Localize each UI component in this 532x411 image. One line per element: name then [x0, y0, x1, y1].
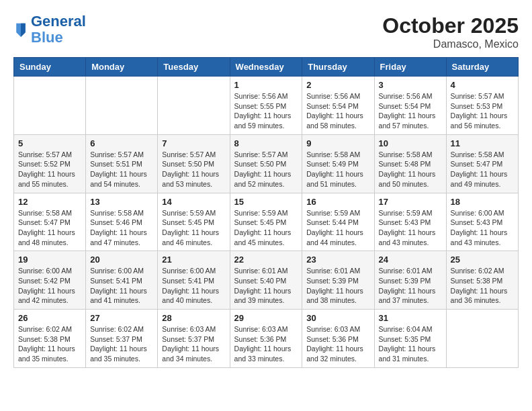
calendar-cell: 14Sunrise: 5:59 AM Sunset: 5:45 PM Dayli…: [158, 193, 230, 251]
day-info: Sunrise: 6:01 AM Sunset: 5:39 PM Dayligh…: [379, 266, 442, 306]
calendar-cell: 9Sunrise: 5:58 AM Sunset: 5:49 PM Daylig…: [302, 134, 374, 193]
day-number: 18: [451, 197, 514, 207]
calendar-cell: 6Sunrise: 5:57 AM Sunset: 5:51 PM Daylig…: [86, 134, 158, 193]
day-info: Sunrise: 6:00 AM Sunset: 5:42 PM Dayligh…: [18, 266, 81, 306]
calendar-cell: 18Sunrise: 6:00 AM Sunset: 5:43 PM Dayli…: [446, 193, 518, 251]
weekday-header-friday: Friday: [374, 58, 446, 77]
day-number: 31: [379, 313, 442, 323]
day-number: 14: [162, 197, 225, 207]
calendar-cell: 29Sunrise: 6:03 AM Sunset: 5:36 PM Dayli…: [230, 310, 302, 368]
day-info: Sunrise: 5:57 AM Sunset: 5:52 PM Dayligh…: [18, 150, 81, 189]
weekday-header-thursday: Thursday: [302, 58, 374, 77]
day-info: Sunrise: 5:59 AM Sunset: 5:45 PM Dayligh…: [234, 208, 298, 248]
day-number: 16: [306, 197, 369, 207]
calendar-cell: 17Sunrise: 5:59 AM Sunset: 5:43 PM Dayli…: [374, 193, 446, 251]
day-number: 27: [90, 313, 153, 323]
calendar-cell: 8Sunrise: 5:57 AM Sunset: 5:50 PM Daylig…: [230, 134, 302, 193]
calendar-week-row: 19Sunrise: 6:00 AM Sunset: 5:42 PM Dayli…: [14, 251, 519, 310]
day-number: 30: [306, 313, 369, 323]
logo-icon: [15, 22, 27, 37]
day-number: 5: [18, 138, 81, 148]
day-info: Sunrise: 6:01 AM Sunset: 5:40 PM Dayligh…: [234, 266, 298, 306]
day-info: Sunrise: 5:58 AM Sunset: 5:47 PM Dayligh…: [18, 208, 81, 248]
day-info: Sunrise: 6:03 AM Sunset: 5:36 PM Dayligh…: [306, 324, 369, 364]
day-number: 20: [90, 255, 153, 265]
day-number: 13: [90, 197, 153, 207]
day-info: Sunrise: 6:02 AM Sunset: 5:37 PM Dayligh…: [90, 324, 153, 364]
calendar-cell: 22Sunrise: 6:01 AM Sunset: 5:40 PM Dayli…: [230, 251, 302, 310]
day-info: Sunrise: 5:58 AM Sunset: 5:46 PM Dayligh…: [90, 208, 153, 248]
day-number: 8: [234, 138, 298, 148]
day-number: 26: [18, 313, 81, 323]
day-number: 7: [162, 138, 225, 148]
day-info: Sunrise: 5:56 AM Sunset: 5:54 PM Dayligh…: [306, 91, 369, 131]
calendar-cell: 10Sunrise: 5:58 AM Sunset: 5:48 PM Dayli…: [374, 134, 446, 193]
calendar-header-row: SundayMondayTuesdayWednesdayThursdayFrid…: [14, 58, 519, 77]
calendar-table: SundayMondayTuesdayWednesdayThursdayFrid…: [13, 57, 519, 368]
day-number: 10: [379, 138, 442, 148]
day-info: Sunrise: 5:59 AM Sunset: 5:45 PM Dayligh…: [162, 208, 225, 248]
title-block: October 2025 Damasco, Mexico: [382, 13, 519, 50]
day-number: 23: [306, 255, 369, 265]
calendar-cell: 1Sunrise: 5:56 AM Sunset: 5:55 PM Daylig…: [230, 77, 302, 135]
day-info: Sunrise: 5:57 AM Sunset: 5:50 PM Dayligh…: [234, 150, 298, 189]
day-number: 24: [379, 255, 442, 265]
svg-marker-1: [21, 24, 26, 37]
calendar-cell: 31Sunrise: 6:04 AM Sunset: 5:35 PM Dayli…: [374, 310, 446, 368]
day-number: 6: [90, 138, 153, 148]
weekday-header-tuesday: Tuesday: [158, 58, 230, 77]
day-number: 3: [379, 80, 442, 90]
day-info: Sunrise: 6:00 AM Sunset: 5:41 PM Dayligh…: [162, 266, 225, 306]
calendar-week-row: 26Sunrise: 6:02 AM Sunset: 5:38 PM Dayli…: [14, 310, 519, 368]
day-info: Sunrise: 5:57 AM Sunset: 5:51 PM Dayligh…: [90, 150, 153, 189]
day-info: Sunrise: 6:02 AM Sunset: 5:38 PM Dayligh…: [451, 266, 514, 306]
day-number: 11: [451, 138, 514, 148]
day-number: 2: [306, 80, 369, 90]
day-number: 22: [234, 255, 298, 265]
calendar-cell: 16Sunrise: 5:59 AM Sunset: 5:44 PM Dayli…: [302, 193, 374, 251]
logo-text: General Blue: [31, 13, 86, 46]
calendar-cell: 20Sunrise: 6:00 AM Sunset: 5:41 PM Dayli…: [86, 251, 158, 310]
calendar-cell: 28Sunrise: 6:03 AM Sunset: 5:37 PM Dayli…: [158, 310, 230, 368]
weekday-header-saturday: Saturday: [446, 58, 518, 77]
calendar-week-row: 1Sunrise: 5:56 AM Sunset: 5:55 PM Daylig…: [14, 77, 519, 135]
calendar-cell: [158, 77, 230, 135]
day-number: 15: [234, 197, 298, 207]
page-header: General Blue October 2025 Damasco, Mexic…: [13, 13, 519, 50]
calendar-cell: 3Sunrise: 5:56 AM Sunset: 5:54 PM Daylig…: [374, 77, 446, 135]
day-number: 29: [234, 313, 298, 323]
calendar-cell: [14, 77, 86, 135]
day-info: Sunrise: 5:56 AM Sunset: 5:54 PM Dayligh…: [379, 91, 442, 131]
day-number: 12: [18, 197, 81, 207]
day-info: Sunrise: 6:00 AM Sunset: 5:43 PM Dayligh…: [451, 208, 514, 248]
calendar-cell: 2Sunrise: 5:56 AM Sunset: 5:54 PM Daylig…: [302, 77, 374, 135]
day-info: Sunrise: 6:00 AM Sunset: 5:41 PM Dayligh…: [90, 266, 153, 306]
calendar-week-row: 5Sunrise: 5:57 AM Sunset: 5:52 PM Daylig…: [14, 134, 519, 193]
calendar-cell: 19Sunrise: 6:00 AM Sunset: 5:42 PM Dayli…: [14, 251, 86, 310]
calendar-cell: 21Sunrise: 6:00 AM Sunset: 5:41 PM Dayli…: [158, 251, 230, 310]
day-info: Sunrise: 5:58 AM Sunset: 5:47 PM Dayligh…: [451, 150, 514, 189]
day-info: Sunrise: 6:03 AM Sunset: 5:37 PM Dayligh…: [162, 324, 225, 364]
logo: General Blue: [13, 13, 86, 46]
day-number: 25: [451, 255, 514, 265]
weekday-header-monday: Monday: [86, 58, 158, 77]
day-info: Sunrise: 5:57 AM Sunset: 5:53 PM Dayligh…: [451, 91, 514, 131]
calendar-week-row: 12Sunrise: 5:58 AM Sunset: 5:47 PM Dayli…: [14, 193, 519, 251]
day-info: Sunrise: 5:58 AM Sunset: 5:49 PM Dayligh…: [306, 150, 369, 189]
page-subtitle: Damasco, Mexico: [382, 38, 519, 50]
logo-line1: General: [31, 13, 86, 30]
calendar-cell: 15Sunrise: 5:59 AM Sunset: 5:45 PM Dayli…: [230, 193, 302, 251]
calendar-cell: 25Sunrise: 6:02 AM Sunset: 5:38 PM Dayli…: [446, 251, 518, 310]
day-info: Sunrise: 5:59 AM Sunset: 5:44 PM Dayligh…: [306, 208, 369, 248]
day-info: Sunrise: 5:57 AM Sunset: 5:50 PM Dayligh…: [162, 150, 225, 189]
day-info: Sunrise: 5:59 AM Sunset: 5:43 PM Dayligh…: [379, 208, 442, 248]
day-info: Sunrise: 6:01 AM Sunset: 5:39 PM Dayligh…: [306, 266, 369, 306]
calendar-cell: [86, 77, 158, 135]
calendar-cell: 4Sunrise: 5:57 AM Sunset: 5:53 PM Daylig…: [446, 77, 518, 135]
day-info: Sunrise: 6:03 AM Sunset: 5:36 PM Dayligh…: [234, 324, 298, 364]
calendar-cell: 5Sunrise: 5:57 AM Sunset: 5:52 PM Daylig…: [14, 134, 86, 193]
day-number: 4: [451, 80, 514, 90]
weekday-header-sunday: Sunday: [14, 58, 86, 77]
calendar-cell: 26Sunrise: 6:02 AM Sunset: 5:38 PM Dayli…: [14, 310, 86, 368]
calendar-cell: 30Sunrise: 6:03 AM Sunset: 5:36 PM Dayli…: [302, 310, 374, 368]
